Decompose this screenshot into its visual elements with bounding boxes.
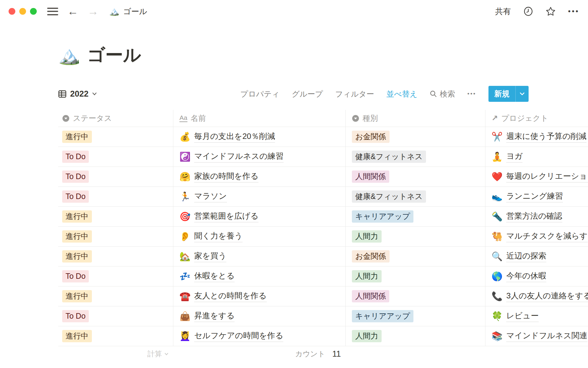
project-link[interactable]: ❤️ 毎週のレクリエーション bbox=[492, 171, 588, 182]
type-cell[interactable]: 人間関係 bbox=[346, 286, 485, 306]
sidebar-toggle-icon[interactable] bbox=[47, 8, 58, 15]
project-link[interactable]: 🧘 ヨガ bbox=[492, 151, 522, 163]
type-cell[interactable]: キャリアアップ bbox=[346, 306, 485, 326]
type-cell[interactable]: 人間力 bbox=[346, 266, 485, 286]
status-cell[interactable]: 進行中 bbox=[58, 227, 173, 247]
type-badge: キャリアアップ bbox=[352, 210, 413, 223]
new-button[interactable]: 新規 bbox=[488, 86, 515, 102]
status-cell[interactable]: 進行中 bbox=[58, 247, 173, 266]
type-cell[interactable]: 人間関係 bbox=[346, 167, 485, 187]
project-cell[interactable]: 📞 3人の友人の連絡をする bbox=[485, 286, 588, 306]
name-cell[interactable]: 💆‍♀️ セルフケアの時間を作る bbox=[173, 326, 346, 346]
name-link[interactable]: 💤 休暇をとる bbox=[179, 270, 235, 282]
close-window-button[interactable] bbox=[9, 8, 15, 15]
status-cell[interactable]: To Do bbox=[58, 167, 173, 187]
type-cell[interactable]: お金関係 bbox=[346, 247, 485, 266]
breadcrumb[interactable]: 🏔️ ゴール bbox=[109, 6, 147, 17]
project-cell[interactable]: 📚 マインドフルネス関連 bbox=[485, 326, 588, 346]
project-link[interactable]: 🌎 今年の休暇 bbox=[492, 270, 546, 282]
name-link[interactable]: 🤗 家族の時間を作る bbox=[179, 171, 258, 182]
project-cell[interactable]: 👟 ランニング練習 bbox=[485, 187, 588, 207]
name-link[interactable]: 🎯 営業範囲を広げる bbox=[179, 211, 258, 222]
name-cell[interactable]: 💰 毎月の支出を20％削減 bbox=[173, 127, 346, 147]
status-badge: 進行中 bbox=[62, 290, 92, 303]
minimize-window-button[interactable] bbox=[19, 8, 26, 15]
project-link[interactable]: 🍀 レビュー bbox=[492, 310, 539, 322]
calculate-button[interactable]: 計算 bbox=[58, 346, 173, 362]
new-button-dropdown[interactable] bbox=[515, 86, 529, 102]
type-cell[interactable]: 健康&フィットネス bbox=[346, 187, 485, 207]
zoom-window-button[interactable] bbox=[30, 8, 37, 15]
status-cell[interactable]: 進行中 bbox=[58, 207, 173, 227]
status-badge: 進行中 bbox=[62, 131, 92, 143]
column-header-type[interactable]: 種別 bbox=[346, 110, 485, 127]
count-summary[interactable]: カウント 11 bbox=[173, 346, 346, 362]
status-cell[interactable]: To Do bbox=[58, 266, 173, 286]
group-button[interactable]: グループ bbox=[292, 89, 323, 99]
project-cell[interactable]: 🔦 営業方法の確認 bbox=[485, 207, 588, 227]
sort-button[interactable]: 並べ替え bbox=[386, 89, 417, 99]
name-cell[interactable]: 💤 休暇をとる bbox=[173, 266, 346, 286]
status-cell[interactable]: 進行中 bbox=[58, 326, 173, 346]
name-link[interactable]: 💰 毎月の支出を20％削減 bbox=[179, 131, 275, 143]
filter-button[interactable]: フィルター bbox=[335, 89, 374, 99]
type-cell[interactable]: キャリアアップ bbox=[346, 207, 485, 227]
project-link[interactable]: ✂️ 週末に使う予算の削減 bbox=[492, 131, 586, 143]
view-more-options-icon[interactable]: ••• bbox=[467, 90, 476, 97]
back-arrow-icon[interactable]: ← bbox=[67, 6, 78, 17]
project-cell[interactable]: 🧘 ヨガ bbox=[485, 147, 588, 167]
name-cell[interactable]: 🏃 マラソン bbox=[173, 187, 346, 207]
project-cell[interactable]: 🌎 今年の休暇 bbox=[485, 266, 588, 286]
page-title[interactable]: ゴール bbox=[87, 43, 141, 67]
name-link[interactable]: 👜 昇進をする bbox=[179, 310, 235, 322]
updates-clock-icon[interactable] bbox=[523, 6, 533, 16]
status-badge: To Do bbox=[62, 270, 89, 283]
name-link[interactable]: ☎️ 友人との時間を作る bbox=[179, 290, 267, 302]
type-cell[interactable]: 人間力 bbox=[346, 326, 485, 346]
properties-button[interactable]: プロパティ bbox=[240, 89, 280, 99]
name-cell[interactable]: 👂 聞く力を養う bbox=[173, 227, 346, 247]
project-link[interactable]: 📞 3人の友人の連絡をする bbox=[492, 290, 588, 302]
name-link[interactable]: ☯️ マインドフルネスの練習 bbox=[179, 151, 284, 163]
status-cell[interactable]: 進行中 bbox=[58, 286, 173, 306]
project-link[interactable]: 🔍 近辺の探索 bbox=[492, 251, 546, 262]
name-cell[interactable]: 🎯 営業範囲を広げる bbox=[173, 207, 346, 227]
favorite-star-icon[interactable] bbox=[545, 6, 556, 16]
name-cell[interactable]: 👜 昇進をする bbox=[173, 306, 346, 326]
search-button[interactable]: 検索 bbox=[430, 89, 455, 99]
type-badge: 人間関係 bbox=[352, 171, 389, 183]
column-header-name[interactable]: Aa 名前 bbox=[173, 110, 346, 127]
project-cell[interactable]: 🐫 マルチタスクを減らす bbox=[485, 227, 588, 247]
type-cell[interactable]: お金関係 bbox=[346, 127, 485, 147]
project-link[interactable]: 🔦 営業方法の確認 bbox=[492, 211, 562, 222]
column-header-project[interactable]: ↗ プロジェクト bbox=[485, 110, 588, 127]
name-link[interactable]: 🏃 マラソン bbox=[179, 191, 227, 202]
project-cell[interactable]: 🍀 レビュー bbox=[485, 306, 588, 326]
view-switcher[interactable]: 2022 bbox=[58, 89, 97, 99]
name-cell[interactable]: ☎️ 友人との時間を作る bbox=[173, 286, 346, 306]
type-cell[interactable]: 人間力 bbox=[346, 227, 485, 247]
project-link[interactable]: 👟 ランニング練習 bbox=[492, 191, 563, 202]
name-link[interactable]: 👂 聞く力を養う bbox=[179, 231, 243, 242]
status-cell[interactable]: 進行中 bbox=[58, 127, 173, 147]
status-cell[interactable]: To Do bbox=[58, 147, 173, 167]
page-icon[interactable]: 🏔️ bbox=[58, 45, 80, 66]
share-button[interactable]: 共有 bbox=[495, 6, 511, 17]
name-cell[interactable]: 🏡 家を買う bbox=[173, 247, 346, 266]
project-emoji-icon: 👟 bbox=[492, 191, 503, 202]
status-cell[interactable]: To Do bbox=[58, 306, 173, 326]
more-options-icon[interactable]: ••• bbox=[568, 7, 579, 16]
status-cell[interactable]: To Do bbox=[58, 187, 173, 207]
project-link[interactable]: 📚 マインドフルネス関連 bbox=[492, 330, 587, 342]
name-link[interactable]: 🏡 家を買う bbox=[179, 251, 226, 262]
project-cell[interactable]: ✂️ 週末に使う予算の削減 bbox=[485, 127, 588, 147]
table-row: To Do 💤 休暇をとる 人間力 🌎 今年の休暇 bbox=[58, 266, 588, 286]
name-cell[interactable]: ☯️ マインドフルネスの練習 bbox=[173, 147, 346, 167]
column-header-status[interactable]: ステータス bbox=[58, 110, 173, 127]
project-cell[interactable]: 🔍 近辺の探索 bbox=[485, 247, 588, 266]
project-cell[interactable]: ❤️ 毎週のレクリエーション bbox=[485, 167, 588, 187]
name-cell[interactable]: 🤗 家族の時間を作る bbox=[173, 167, 346, 187]
name-link[interactable]: 💆‍♀️ セルフケアの時間を作る bbox=[179, 330, 283, 342]
type-cell[interactable]: 健康&フィットネス bbox=[346, 147, 485, 167]
project-link[interactable]: 🐫 マルチタスクを減らす bbox=[492, 231, 588, 242]
